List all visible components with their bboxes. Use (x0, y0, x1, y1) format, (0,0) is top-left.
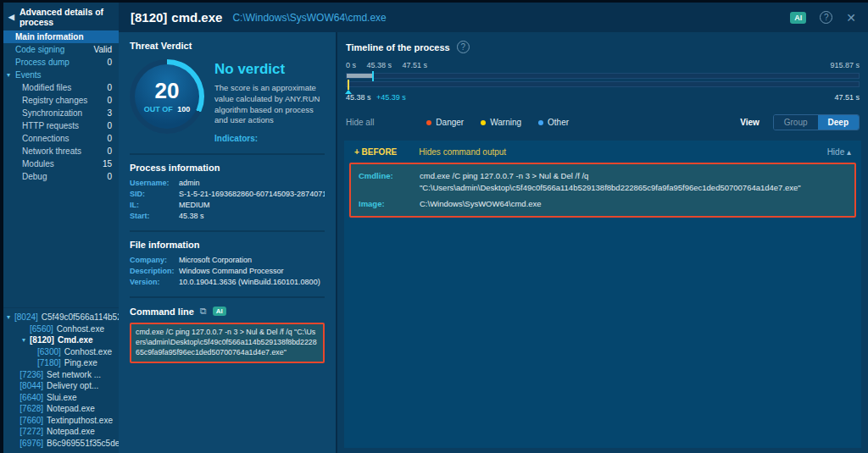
timeline-bars (346, 73, 860, 87)
process-name: Notepad.exe (47, 427, 95, 436)
group-mode-button[interactable]: Group (774, 115, 818, 130)
process-pid: [6640] (19, 393, 43, 402)
sidebar-item-http-requests[interactable]: HTTP requests0 (3, 119, 119, 132)
sidebar-item-registry-changes[interactable]: Registry changes0 (3, 94, 119, 107)
sidebar-item-modules[interactable]: Modules15 (3, 157, 119, 170)
process-path: C:\Windows\SysWOW64\cmd.exe (232, 12, 386, 24)
process-name: Set network ... (47, 370, 101, 379)
close-icon[interactable]: ✕ (846, 11, 856, 25)
position-pointer-icon (345, 90, 352, 94)
sidebar-header[interactable]: ◀ Advanced details of process (3, 3, 119, 30)
kv-label: IL: (130, 201, 179, 209)
tree-item-8044[interactable]: [8044]Delivery opt... (3, 380, 119, 392)
legend-danger[interactable]: Danger (426, 118, 464, 127)
help-icon[interactable]: ? (457, 41, 470, 53)
timeline-total-label: 915.87 s (830, 61, 860, 69)
advanced-details-window: ◀ Advanced details of process Main infor… (0, 0, 868, 453)
score-value: 20 (155, 80, 180, 102)
sidebar-item-events[interactable]: ▾Events (3, 69, 119, 81)
score-gauge: 20 OUT OF 100 (130, 59, 204, 134)
kv-value: Microsoft Corporation (179, 256, 325, 264)
content-panels: Threat Verdict 20 OUT OF 100 No verdict (119, 32, 868, 453)
ai-button[interactable]: AI (213, 307, 226, 316)
events-results-panel: + BEFORE Hides command output Hide ▴ Cmd… (344, 141, 861, 448)
process-pid: [7272] (19, 427, 43, 436)
sidebar-item-label: Synchronization (22, 108, 107, 118)
help-icon[interactable]: ? (820, 11, 832, 24)
warning-dot-icon (481, 120, 486, 125)
process-pid: [6300] (37, 347, 61, 356)
before-toggle[interactable]: + BEFORE (354, 147, 397, 157)
sidebar-item-connections[interactable]: Connections0 (3, 132, 119, 145)
sidebar-item-label: Registry changes (22, 96, 107, 105)
file-info-title: File information (130, 240, 325, 250)
sidebar-item-value: 3 (107, 108, 112, 118)
detail-panel: Threat Verdict 20 OUT OF 100 No verdict (119, 32, 337, 453)
kv-label: Version: (130, 278, 179, 286)
ai-button[interactable]: AI (790, 12, 806, 24)
timeline-panel: Timeline of the process ? 0 s 45.38 s 47… (337, 32, 868, 453)
sidebar: ◀ Advanced details of process Main infor… (3, 3, 119, 453)
sidebar-item-modified-files[interactable]: Modified files0 (3, 81, 119, 94)
tree-item-6640[interactable]: [6640]Slui.exe (3, 392, 119, 404)
process-name: Conhost.exe (57, 324, 104, 334)
sidebar-item-network-threats[interactable]: Network threats0 (3, 145, 119, 157)
severity-legend: Danger Warning Other (426, 118, 569, 127)
hide-all-button[interactable]: Hide all (346, 118, 374, 127)
process-pid: [6560] (30, 324, 53, 334)
event-marker[interactable] (348, 80, 349, 90)
process-info-title: Process information (130, 163, 325, 173)
copy-icon[interactable]: ⧉ (200, 306, 207, 317)
sidebar-item-synchronization[interactable]: Synchronization3 (3, 107, 119, 119)
current-time-marker[interactable] (372, 71, 374, 81)
sidebar-item-label: Events (15, 70, 112, 80)
sidebar-item-main-information[interactable]: Main information (3, 30, 119, 43)
timeline-overview-bar[interactable] (346, 73, 860, 79)
tree-item-7628[interactable]: [7628]Notepad.exe (3, 403, 119, 415)
tree-item-7180[interactable]: [7180]Ping.exe (3, 357, 119, 369)
kv-label: Company: (130, 256, 179, 264)
collapse-left-icon[interactable]: ◀ (8, 13, 14, 21)
cmdline-line: cmd.exe /C ping 127.0.0.7 -n 3 > Nul & D… (420, 170, 847, 182)
sidebar-item-value: 0 (107, 134, 112, 143)
score-gauge-text: 20 OUT OF 100 (130, 59, 204, 134)
chevron-down-icon: ▾ (7, 313, 14, 321)
out-of-label: OUT OF (144, 105, 173, 113)
sidebar-item-code-signing[interactable]: Code signingValid (3, 43, 119, 56)
process-name: Notepad.exe (47, 404, 95, 413)
before-group-header: + BEFORE Hides command output Hide ▴ (349, 146, 856, 163)
deep-mode-button[interactable]: Deep (818, 115, 859, 130)
sidebar-item-debug[interactable]: Debug0 (3, 170, 119, 183)
tree-item-7272[interactable]: [7272]Notepad.exe (3, 426, 119, 438)
legend-other[interactable]: Other (538, 118, 569, 127)
kv-label: Username: (130, 179, 179, 187)
process-info-table: Username: admin SID: S-1-5-21-1693682860… (130, 179, 325, 220)
timeline-zoom-bar[interactable] (346, 81, 860, 87)
other-dot-icon (538, 120, 543, 125)
timeline-scale-left: 0 s 45.38 s 47.51 s (346, 61, 436, 69)
hide-group-button[interactable]: Hide ▴ (827, 147, 851, 157)
verdict-right: No verdict The score is an approximate v… (214, 59, 325, 143)
out-of-value: 100 (177, 105, 190, 113)
danger-dot-icon (426, 120, 431, 125)
window-segment[interactable] (347, 74, 373, 78)
legend-warning[interactable]: Warning (481, 118, 521, 127)
kv-value: 10.0.19041.3636 (WinBuild.160101.0800) (179, 278, 325, 286)
tree-item-6560[interactable]: [6560]Conhost.exe (3, 323, 119, 335)
process-info-section: Process information Username: admin SID:… (130, 153, 325, 220)
tree-item-6300[interactable]: [6300]Conhost.exe (3, 346, 119, 358)
sidebar-item-label: Modified files (22, 83, 107, 92)
process-pid: [8024] (14, 312, 38, 322)
tree-item-8024[interactable]: ▾[8024]C5f49c0f566a114b529138... (3, 312, 119, 323)
sidebar-item-value: 0 (107, 58, 112, 67)
command-line-header: Command line ⧉ AI (130, 306, 325, 317)
tree-item-8120[interactable]: ▾[8120]Cmd.exe (3, 334, 119, 346)
sidebar-item-label: HTTP requests (22, 121, 107, 130)
tree-item-6976[interactable]: [6976]B6c969551f35c5de1ebc23... (3, 438, 119, 450)
view-button[interactable]: View (740, 118, 760, 127)
sidebar-item-process-dump[interactable]: Process dump0 (3, 56, 119, 69)
tree-item-7660[interactable]: [7660]Textinputhost.exe (3, 415, 119, 427)
process-pid: [7660] (19, 416, 43, 425)
process-name: Textinputhost.exe (47, 416, 113, 425)
tree-item-7236[interactable]: [7236]Set network ... (3, 369, 119, 381)
